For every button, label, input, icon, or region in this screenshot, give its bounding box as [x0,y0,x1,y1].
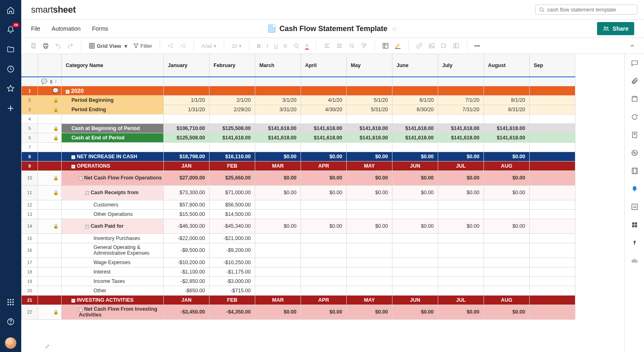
data-cell[interactable]: $0.00 [438,170,484,185]
data-cell[interactable]: $0.00 [392,185,438,200]
link-icon[interactable] [414,41,425,51]
data-cell[interactable] [301,86,347,95]
data-cell[interactable] [484,258,530,267]
data-cell[interactable]: $0.00 [347,219,392,233]
category-cell[interactable]: Customers [62,200,164,209]
data-cell[interactable] [530,133,575,142]
row-number[interactable]: 21 [22,295,38,305]
category-cell[interactable]: Inventory Purchases [62,233,164,243]
data-cell[interactable] [255,200,301,209]
grid-row[interactable]: 5🔒Cash at Beginning of Period$106,710.00… [22,123,575,133]
data-cell[interactable]: $0.00 [347,170,392,185]
data-cell[interactable]: $141,618.00 [255,123,301,133]
italic-icon[interactable]: I [264,41,271,51]
row-number[interactable]: 4 [22,114,38,123]
more-icon[interactable]: ••• [472,41,483,51]
data-cell[interactable]: $18,798.00 [164,152,209,161]
category-cell[interactable]: Wage Expenses [62,258,164,267]
menu-file[interactable]: File [31,25,40,32]
data-cell[interactable]: $141,618.00 [392,133,438,142]
data-cell[interactable] [530,161,575,170]
data-cell[interactable] [301,276,347,286]
data-cell[interactable] [530,267,575,276]
row-number[interactable]: 12 [22,200,38,209]
data-cell[interactable]: $0.00 [301,170,347,185]
category-cell[interactable]: Period Beginning [62,95,164,105]
strikethrough-icon[interactable]: S [281,41,290,51]
data-cell[interactable]: MAR [255,161,301,170]
publish-icon[interactable] [631,131,639,139]
data-cell[interactable]: -$9,200.00 [209,243,255,258]
collapse-toolbar-icon[interactable] [627,41,637,50]
data-cell[interactable] [392,286,438,295]
grid-row[interactable]: 14🔒−Cash Paid for-$46,300.00-$45,340.00$… [22,219,575,233]
bold-icon[interactable]: B [254,41,263,51]
row-number[interactable]: 16 [22,243,38,258]
grid-row[interactable]: 10🔒−Net Cash Flow From Operations$27,000… [22,170,575,185]
attachments-icon[interactable] [631,77,639,85]
data-cell[interactable] [530,105,575,114]
underline-icon[interactable]: U [272,41,280,51]
category-cell[interactable]: General Operating & Administrative Expen… [62,243,164,258]
format-paint-icon[interactable] [358,41,370,51]
data-cell[interactable]: -$1,100.00 [164,267,209,276]
data-cell[interactable] [392,233,438,243]
data-cell[interactable] [438,200,484,209]
data-cell[interactable] [484,114,530,123]
data-cell[interactable]: 2/29/20 [209,105,255,114]
grid-row[interactable]: 16General Operating & Administrative Exp… [22,243,575,258]
category-cell[interactable]: Interest [62,267,164,276]
data-cell[interactable]: 4/30/20 [301,105,347,114]
month-column-header[interactable]: March [255,54,301,77]
row-number[interactable]: 19 [22,276,38,286]
data-cell[interactable]: JAN [164,295,209,305]
data-cell[interactable]: $0.00 [484,185,530,200]
data-cell[interactable]: $0.00 [392,170,438,185]
data-cell[interactable]: $141,618.00 [438,133,484,142]
data-cell[interactable]: $0.00 [347,152,392,161]
data-cell[interactable] [438,114,484,123]
row-number[interactable]: 2 [22,95,38,105]
data-cell[interactable] [301,243,347,258]
data-cell[interactable]: -$4,350.00 [209,305,255,319]
row-number[interactable]: 1 [22,86,38,95]
row-number[interactable]: 20 [22,286,38,295]
data-cell[interactable]: -$1,175.00 [209,267,255,276]
data-cell[interactable]: $141,618.00 [209,133,255,142]
data-cell[interactable]: 3/1/20 [255,95,301,105]
data-cell[interactable]: -$9,500.00 [164,243,209,258]
data-cell[interactable]: $0.00 [392,305,438,319]
data-cell[interactable] [392,114,438,123]
data-cell[interactable]: 5/1/20 [347,95,392,105]
data-cell[interactable] [438,267,484,276]
data-cell[interactable]: $0.00 [301,305,347,319]
data-cell[interactable]: $0.00 [392,219,438,233]
data-cell[interactable] [484,267,530,276]
data-cell[interactable] [530,152,575,161]
row-number[interactable]: 13 [22,209,38,219]
grid-row[interactable]: 17Wage Expenses-$10,200.00-$10,250.00 [22,258,575,267]
expand-toggle-icon[interactable]: − [66,90,69,94]
data-cell[interactable]: 6/30/20 [392,105,438,114]
grid-row[interactable]: 11🔒−Cash Receipts from$73,300.00$71,000.… [22,185,575,200]
data-cell[interactable]: $0.00 [301,219,347,233]
category-cell[interactable]: −Cash Paid for [62,219,164,233]
data-cell[interactable]: $141,618.00 [347,123,392,133]
data-cell[interactable]: APR [301,161,347,170]
attachment-header-icon[interactable]: ▮ [50,78,53,84]
data-cell[interactable] [438,243,484,258]
update-requests-icon[interactable] [631,113,639,121]
data-cell[interactable] [530,95,575,105]
data-cell[interactable]: FEB [209,161,255,170]
data-cell[interactable] [484,209,530,219]
data-cell[interactable]: -$10,250.00 [209,258,255,267]
month-column-header[interactable]: January [164,54,209,77]
data-cell[interactable]: $0.00 [255,305,301,319]
wrap-text-icon[interactable] [346,41,357,51]
expand-toggle-icon[interactable]: − [71,299,75,303]
align-left-icon[interactable] [321,41,333,51]
grid-view-toggle[interactable]: Grid View ▾ [86,41,130,51]
grid-row[interactable]: 6🔒Cash at End of Period$125,508.00$141,6… [22,133,575,142]
data-cell[interactable]: $125,508.00 [164,133,209,142]
data-cell[interactable] [255,114,301,123]
